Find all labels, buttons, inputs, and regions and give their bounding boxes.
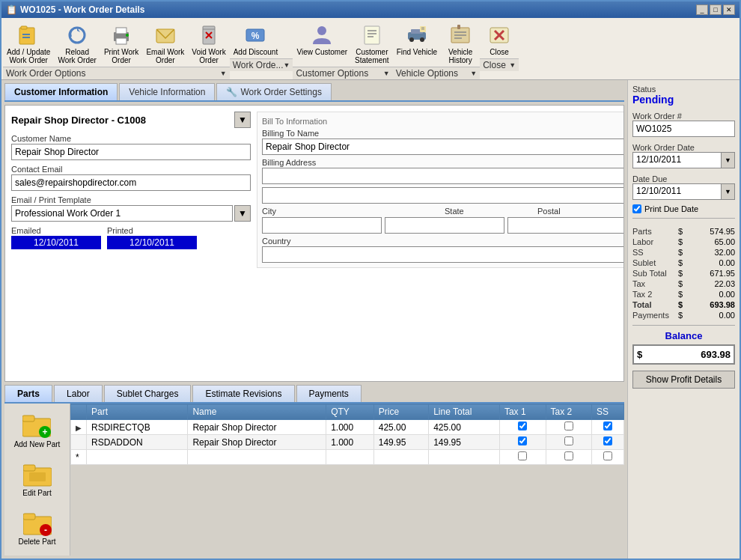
row1-name[interactable]: Repair Shop Director xyxy=(188,420,326,435)
bottom-section: Parts Labor Sublet Charges Estimate Revi… xyxy=(4,385,624,556)
svg-rect-40 xyxy=(23,465,35,471)
row2-name[interactable]: Repair Shop Director xyxy=(188,435,326,450)
vehicle-history-button[interactable]: Vehicle History xyxy=(441,21,480,67)
row2-tax2-check[interactable] xyxy=(564,436,573,445)
state-input[interactable] xyxy=(385,217,504,234)
row1-tax2-check[interactable] xyxy=(564,421,573,430)
close-button[interactable]: Close xyxy=(480,21,519,58)
row1-tax1-check[interactable] xyxy=(518,421,527,430)
empty-total[interactable] xyxy=(429,450,500,465)
email-button[interactable]: Email Work Order xyxy=(142,21,188,67)
svg-point-15 xyxy=(317,26,326,35)
row2-tax1[interactable] xyxy=(499,435,546,450)
row2-tax1-check[interactable] xyxy=(518,436,527,445)
void-button[interactable]: Void Work Order xyxy=(188,21,229,67)
row2-ss-check[interactable] xyxy=(603,436,612,445)
customer-email-input[interactable] xyxy=(11,174,251,191)
print-due-checkbox[interactable] xyxy=(632,204,641,213)
tab-labor[interactable]: Labor xyxy=(54,385,103,402)
tab-payments[interactable]: Payments xyxy=(296,385,362,402)
view-customer-button[interactable]: View Customer xyxy=(293,21,351,67)
row1-ss[interactable] xyxy=(592,420,624,435)
row2-price[interactable]: 149.95 xyxy=(373,435,428,450)
right-panel: Status Pending Work Order # Work Order D… xyxy=(627,80,740,559)
add-new-part-button[interactable]: + Add New Part xyxy=(10,410,64,452)
customer-statement-button[interactable]: Customer Statement xyxy=(351,21,393,67)
ss-sum-dollar: $ xyxy=(675,248,683,257)
row1-total[interactable]: 425.00 xyxy=(429,420,500,435)
add-discount-button[interactable]: % Add Discount xyxy=(230,21,281,58)
row2-ss[interactable] xyxy=(592,435,624,450)
payments-row: Payments $ 0.00 xyxy=(632,310,735,320)
empty-part[interactable] xyxy=(87,450,188,465)
print-button[interactable]: Print Work Order xyxy=(100,21,143,67)
billing-address2-input[interactable] xyxy=(262,187,623,204)
find-vehicle-button[interactable]: Find Vehicle xyxy=(393,21,441,67)
empty-price[interactable] xyxy=(373,450,428,465)
add-update-icon xyxy=(16,23,40,47)
close-icon xyxy=(487,23,511,47)
customer-name-section: Customer Name xyxy=(11,134,251,160)
parts-table: Part Name QTY Price Line Total Tax 1 Tax… xyxy=(70,404,624,465)
postal-input[interactable] xyxy=(507,217,623,234)
edit-part-button[interactable]: Edit Part xyxy=(19,458,56,501)
empty-tax1[interactable] xyxy=(499,450,546,465)
date-due-picker[interactable]: 12/10/2011 ▼ xyxy=(632,183,735,200)
row1-ss-check[interactable] xyxy=(603,421,612,430)
row2-part[interactable]: RSDADDON xyxy=(87,435,188,450)
billing-address-label: Billing Address xyxy=(262,158,623,167)
row1-tax1[interactable] xyxy=(499,420,546,435)
billing-name-input[interactable] xyxy=(262,139,623,155)
svg-text:%: % xyxy=(251,31,260,41)
restore-button[interactable]: □ xyxy=(710,4,722,15)
toolbar-group-customer: View Customer Customer Statement Custome… xyxy=(293,21,392,79)
work-order-input[interactable] xyxy=(632,121,735,137)
tab-vehicle-info[interactable]: Vehicle Information xyxy=(119,83,215,100)
template-dropdown-button[interactable]: ▼ xyxy=(234,205,251,222)
empty-tax2[interactable] xyxy=(546,450,592,465)
tab-customer-info[interactable]: Customer Information xyxy=(4,83,118,100)
ss-sum-label: SS xyxy=(632,248,674,257)
tab-sublet[interactable]: Sublet Charges xyxy=(104,385,192,402)
row1-part[interactable]: RSDIRECTQB xyxy=(87,420,188,435)
row1-qty[interactable]: 1.000 xyxy=(326,420,374,435)
row1-tax2[interactable] xyxy=(546,420,592,435)
minimize-button[interactable]: _ xyxy=(696,4,708,15)
tab-work-order-settings[interactable]: 🔧 Work Order Settings xyxy=(216,83,331,100)
work-order-date-dropdown[interactable]: ▼ xyxy=(721,153,734,168)
delete-part-button[interactable]: - Delete Part xyxy=(14,507,59,550)
center-panel: Customer Information Vehicle Information… xyxy=(1,80,627,559)
empty-ss[interactable] xyxy=(592,450,624,465)
svg-rect-0 xyxy=(19,28,34,44)
empty-tax2-check[interactable] xyxy=(564,451,573,460)
empty-qty[interactable] xyxy=(326,450,374,465)
work-order-date-picker[interactable]: 12/10/2011 ▼ xyxy=(632,152,735,168)
close-window-button[interactable]: ✕ xyxy=(723,4,735,15)
city-input[interactable] xyxy=(262,217,382,234)
customer-name-input[interactable] xyxy=(11,144,251,160)
row2-tax2[interactable] xyxy=(546,435,592,450)
add-update-button[interactable]: Add / Update Work Order xyxy=(3,21,54,67)
customer-template-input[interactable] xyxy=(11,205,233,222)
tab-parts[interactable]: Parts xyxy=(4,385,52,402)
col-qty: QTY xyxy=(326,404,374,420)
workorder-group-text: Work Order Options xyxy=(6,68,85,79)
row2-total[interactable]: 149.95 xyxy=(429,435,500,450)
toolbar-group-workorder: Add / Update Work Order Reload Work Orde… xyxy=(3,21,230,79)
country-input[interactable] xyxy=(262,246,623,263)
date-due-label: Date Due xyxy=(632,174,735,183)
reload-button[interactable]: Reload Work Order xyxy=(54,21,100,67)
subtotal-row: Sub Total $ 671.95 xyxy=(632,268,735,279)
tab-estimate[interactable]: Estimate Revisions xyxy=(192,385,294,402)
row2-qty[interactable]: 1.000 xyxy=(326,435,374,450)
row1-price[interactable]: 425.00 xyxy=(373,420,428,435)
date-due-dropdown[interactable]: ▼ xyxy=(721,184,734,199)
col-part: Part xyxy=(87,404,188,420)
billing-address-input[interactable] xyxy=(262,168,623,184)
empty-name[interactable] xyxy=(188,450,326,465)
empty-ss-check[interactable] xyxy=(603,451,612,460)
show-profit-details-button[interactable]: Show Profit Details xyxy=(632,371,735,389)
table-row: RSDADDON Repair Shop Director 1.000 149.… xyxy=(71,435,624,450)
empty-tax1-check[interactable] xyxy=(518,451,527,460)
customer-dropdown-button[interactable]: ▼ xyxy=(234,112,251,128)
